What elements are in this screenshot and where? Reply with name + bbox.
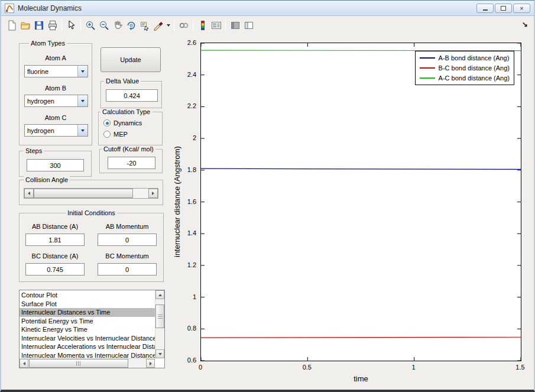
delta-value-field[interactable] (106, 89, 158, 102)
list-item[interactable]: Contour Plot (20, 291, 155, 300)
atom-b-dropdown[interactable]: hydrogen (24, 95, 88, 107)
toolbar-separator (225, 20, 226, 31)
radio-mep-label: MEP (114, 131, 128, 138)
list-item[interactable]: Potential Energy vs Time (20, 317, 155, 326)
hide-plot-tools-icon[interactable] (228, 19, 242, 32)
horizontal-scroll-thumb[interactable] (29, 359, 128, 368)
pan-icon[interactable] (111, 19, 124, 32)
slider-track[interactable] (133, 189, 148, 198)
arrow-down-icon (158, 353, 162, 355)
horizontal-scrollbar[interactable] (20, 358, 155, 368)
delta-value-panel: Delta Value (100, 81, 162, 108)
ab-momentum-field[interactable] (98, 234, 157, 246)
slider-thumb[interactable] (34, 189, 133, 198)
link-plot-icon[interactable] (177, 19, 190, 32)
radio-mep[interactable]: MEP (103, 131, 128, 138)
bc-distance-label: BC Distance (A) (20, 252, 90, 260)
zoom-in-icon[interactable] (83, 19, 97, 32)
atom-b-value: hydrogen (25, 95, 77, 106)
ab-distance-field[interactable] (25, 234, 85, 246)
window-controls: × (476, 4, 530, 13)
vertical-scroll-thumb[interactable] (155, 304, 164, 328)
collision-angle-slider[interactable] (24, 188, 158, 199)
list-item[interactable]: Internuclear Accelerations vs Internucle… (20, 342, 155, 351)
calculation-type-title: Calculation Type (100, 108, 152, 115)
save-icon[interactable] (32, 19, 46, 32)
list-item-selected[interactable]: Internuclear Distances vs Time (20, 308, 155, 317)
maximize-icon (501, 6, 506, 11)
bc-distance-field[interactable] (25, 263, 85, 276)
chevron-down-icon (167, 24, 170, 27)
scroll-right-button[interactable] (146, 359, 155, 368)
dock-figure-icon[interactable]: ↘ (522, 20, 528, 28)
atom-c-dropdown[interactable]: hydrogen (24, 124, 88, 137)
scroll-left-button[interactable] (20, 359, 28, 368)
atom-a-dropdown[interactable]: fluorine (24, 65, 88, 77)
legend-label: A-B bond distance (Ang) (439, 54, 510, 61)
y-tick-label: 1 (193, 293, 196, 300)
chart-area: 00.511.5 0.60.811.21.41.61.822.22.42.6 t… (200, 43, 521, 361)
update-button[interactable]: Update (100, 47, 161, 72)
brush-icon[interactable] (151, 19, 165, 32)
titlebar: Molecular Dynamics × (1, 1, 534, 16)
initial-conditions-panel: Initial Conditions AB Distance (A) AB Mo… (19, 213, 164, 282)
scroll-down-button[interactable] (155, 349, 164, 358)
x-tick-labels: 00.511.5 (200, 364, 521, 372)
initial-conditions-title: Initial Conditions (66, 209, 117, 216)
new-figure-icon[interactable] (5, 19, 18, 32)
legend-line-swatch (420, 67, 435, 69)
y-tick-label: 0.6 (187, 357, 196, 364)
app-icon (5, 4, 14, 13)
x-tick-label: 0 (199, 364, 202, 371)
radio-dynamics[interactable]: Dynamics (103, 119, 142, 127)
cutoff-field[interactable] (108, 157, 155, 169)
insert-colorbar-icon[interactable] (196, 19, 209, 32)
arrow-right-icon (150, 362, 152, 365)
list-item[interactable]: Internuclear Velocities vs Internuclear … (20, 334, 155, 343)
x-axis-label: time (200, 374, 521, 383)
legend-entry: B-C bond distance (Ang) (420, 64, 510, 72)
legend-label: A-C bond distance (Ang) (439, 74, 510, 82)
y-tick-label: 0.8 (187, 325, 196, 332)
atom-c-label: Atom C (20, 114, 92, 121)
open-file-icon[interactable] (18, 19, 32, 32)
scroll-up-button[interactable] (155, 290, 164, 299)
steps-field[interactable] (27, 159, 84, 171)
list-item[interactable]: Internuclear Momenta vs Internuclear Dis… (20, 351, 155, 359)
legend-entry: A-C bond distance (Ang) (420, 74, 510, 82)
cutoff-panel: Cutoff (Kcal/ mol) (99, 149, 163, 173)
edit-plot-icon[interactable] (64, 19, 78, 32)
rotate-3d-icon[interactable] (124, 19, 138, 32)
steps-title: Steps (24, 147, 44, 154)
minimize-button[interactable] (476, 4, 494, 13)
bc-momentum-field[interactable] (98, 263, 157, 276)
insert-legend-icon[interactable] (209, 19, 223, 32)
list-item[interactable]: Surface Plot (20, 300, 155, 309)
list-item[interactable]: Kinetic Energy vs Time (20, 325, 155, 334)
figure-toolbar: ↘ (1, 17, 534, 34)
dropdown-button[interactable] (77, 95, 87, 106)
chevron-down-icon (81, 70, 85, 73)
dropdown-button[interactable] (77, 125, 87, 136)
maximize-button[interactable] (495, 4, 512, 13)
vertical-scrollbar[interactable] (155, 290, 164, 358)
zoom-out-icon[interactable] (97, 19, 111, 32)
chevron-down-icon (81, 100, 85, 102)
delta-value-title: Delta Value (104, 77, 141, 85)
slider-left-arrow[interactable] (24, 189, 34, 198)
ab-distance-label: AB Distance (A) (20, 223, 90, 230)
slider-right-arrow[interactable] (148, 189, 158, 198)
data-cursor-icon[interactable] (138, 19, 151, 32)
minimize-icon (483, 9, 488, 11)
cutoff-title: Cutoff (Kcal/ mol) (102, 145, 155, 153)
show-plot-tools-icon[interactable] (242, 19, 255, 32)
y-tick-label: 2.6 (187, 39, 196, 46)
y-tick-label: 2.2 (187, 102, 196, 109)
plot-axes[interactable] (200, 43, 521, 361)
brush-dropdown-icon[interactable] (165, 19, 171, 32)
collision-angle-title: Collision Angle (24, 176, 70, 183)
close-button[interactable]: × (513, 4, 530, 13)
print-icon[interactable] (46, 19, 59, 32)
arrow-left-icon (28, 192, 30, 195)
dropdown-button[interactable] (77, 66, 87, 77)
